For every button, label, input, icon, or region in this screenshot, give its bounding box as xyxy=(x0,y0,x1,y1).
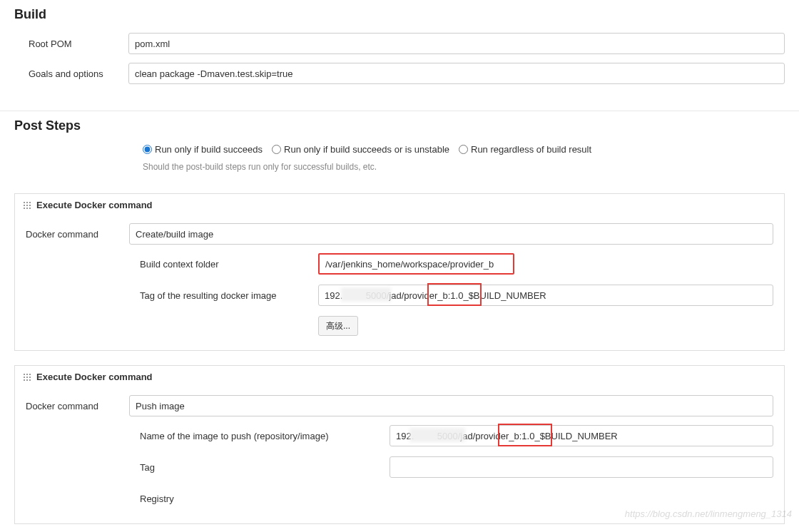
radio-row: Run only if build succeeds Run only if b… xyxy=(14,144,785,155)
radio-succeeds-input[interactable] xyxy=(143,145,152,154)
drag-handle-icon[interactable] xyxy=(22,200,32,210)
root-pom-input[interactable] xyxy=(128,33,785,54)
build-title: Build xyxy=(14,7,785,22)
build-context-label: Build context folder xyxy=(140,259,318,270)
radio-regardless-input[interactable] xyxy=(459,145,468,154)
push-registry-label: Registry xyxy=(140,493,390,504)
radio-regardless[interactable]: Run regardless of build result xyxy=(459,144,591,155)
push-command-label: Docker command xyxy=(26,401,129,411)
push-tag-row: Tag xyxy=(26,456,773,478)
push-registry-row: Registry xyxy=(26,488,773,509)
radio-succeeds-label: Run only if build succeeds xyxy=(155,144,263,155)
advanced-btn-row: 高级... xyxy=(26,316,773,336)
root-pom-label: Root POM xyxy=(14,39,128,49)
docker-build-body: Docker command Build context folder Tag … xyxy=(15,216,784,350)
push-image-name-row: Name of the image to push (repository/im… xyxy=(26,425,773,446)
drag-handle-icon[interactable] xyxy=(22,372,32,382)
push-tag-input[interactable] xyxy=(390,456,773,478)
goals-row: Goals and options xyxy=(14,63,785,84)
radio-regardless-label: Run regardless of build result xyxy=(471,144,591,155)
docker-push-header: Execute Docker command xyxy=(15,366,784,388)
docker-push-header-text: Execute Docker command xyxy=(36,372,153,382)
post-steps-section: Post Steps Run only if build succeeds Ru… xyxy=(0,111,799,193)
docker-build-header-text: Execute Docker command xyxy=(36,200,153,210)
push-image-name-label: Name of the image to push (repository/im… xyxy=(140,431,390,441)
docker-command-label: Docker command xyxy=(26,229,129,240)
build-context-row: Build context folder xyxy=(26,253,773,275)
tag-input[interactable] xyxy=(318,285,773,306)
push-command-row: Docker command xyxy=(26,395,773,416)
push-image-name-input[interactable] xyxy=(390,425,773,446)
docker-push-body: Docker command Name of the image to push… xyxy=(15,388,784,523)
radio-unstable-input[interactable] xyxy=(272,145,281,154)
radio-succeeds[interactable]: Run only if build succeeds xyxy=(143,144,263,155)
push-tag-label: Tag xyxy=(140,462,390,473)
docker-build-section: Execute Docker command Docker command Bu… xyxy=(14,193,785,351)
radio-unstable-label: Run only if build succeeds or is unstabl… xyxy=(284,144,449,155)
push-command-select[interactable] xyxy=(129,395,773,416)
docker-command-select[interactable] xyxy=(129,223,773,245)
docker-push-section: Execute Docker command Docker command Na… xyxy=(14,365,785,524)
advanced-button[interactable]: 高级... xyxy=(318,316,358,336)
docker-command-row: Docker command xyxy=(26,223,773,245)
post-steps-title: Post Steps xyxy=(14,118,785,133)
docker-build-header: Execute Docker command xyxy=(15,194,784,216)
help-text: Should the post-build steps run only for… xyxy=(14,162,785,172)
tag-label: Tag of the resulting docker image xyxy=(140,290,318,301)
watermark: https://blog.csdn.net/linmengmeng_1314 xyxy=(625,508,792,519)
radio-unstable[interactable]: Run only if build succeeds or is unstabl… xyxy=(272,144,449,155)
build-section: Build Root POM Goals and options xyxy=(0,0,799,100)
tag-row: Tag of the resulting docker image xyxy=(26,285,773,306)
goals-input[interactable] xyxy=(128,63,785,84)
build-context-input[interactable] xyxy=(318,253,514,275)
goals-label: Goals and options xyxy=(14,68,128,79)
root-pom-row: Root POM xyxy=(14,33,785,54)
